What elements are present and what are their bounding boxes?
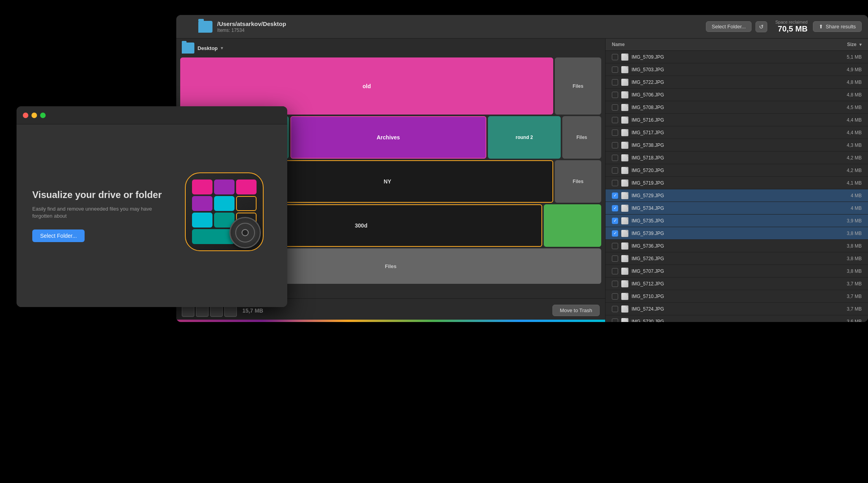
file-size-17: 3,8 MB: [830, 268, 862, 274]
file-size-0: 5,1 MB: [830, 54, 862, 60]
file-checkbox-20[interactable]: [612, 306, 618, 312]
file-row-8[interactable]: IMG_5718.JPG4,2 MB: [606, 152, 868, 164]
welcome-subtitle: Easily find and remove unneeded files yo…: [32, 205, 169, 220]
file-size-20: 3,7 MB: [830, 306, 862, 312]
disk-inner: [235, 223, 255, 242]
file-row-18[interactable]: IMG_5712.JPG3,7 MB: [606, 278, 868, 290]
welcome-window: Visualize your drive or folder Easily fi…: [17, 106, 287, 307]
file-type-icon-13: [621, 217, 628, 224]
file-type-icon-16: [621, 255, 628, 262]
file-checkbox-14[interactable]: ✓: [612, 230, 618, 237]
file-size-19: 3,7 MB: [830, 294, 862, 299]
share-results-button[interactable]: ⬆ Share results: [813, 21, 862, 32]
file-checkbox-5[interactable]: [612, 117, 618, 123]
file-checkbox-12[interactable]: ✓: [612, 205, 618, 211]
welcome-minimize-button[interactable]: [31, 113, 37, 118]
file-row-9[interactable]: IMG_5720.JPG4,2 MB: [606, 164, 868, 177]
disk-center: [242, 229, 249, 236]
breadcrumb-folder-icon: [182, 43, 194, 54]
file-checkbox-1[interactable]: [612, 67, 618, 73]
space-reclaimed-block: Space reclaimed 70,5 MB: [775, 20, 807, 33]
file-row-13[interactable]: ✓IMG_5735.JPG3,9 MB: [606, 215, 868, 227]
file-size-1: 4,9 MB: [830, 67, 862, 72]
file-type-icon-2: [621, 79, 628, 86]
file-name-7: IMG_5738.JPG: [632, 142, 830, 148]
file-checkbox-21[interactable]: [612, 318, 618, 322]
treemap-cell-files-1[interactable]: Files: [555, 57, 601, 115]
file-type-icon-8: [621, 154, 628, 161]
file-checkbox-6[interactable]: [612, 130, 618, 136]
breadcrumb: Desktop ▾: [180, 43, 601, 54]
file-type-icon-1: [621, 66, 628, 73]
file-row-11[interactable]: ✓IMG_5729.JPG4 MB: [606, 189, 868, 202]
file-checkbox-4[interactable]: [612, 104, 618, 111]
header-items: Items: 17534: [217, 28, 706, 33]
main-header: /Users/atsarkov/Desktop Items: 17534 Sel…: [176, 15, 868, 39]
file-checkbox-8[interactable]: [612, 155, 618, 161]
file-name-4: IMG_5708.JPG: [632, 105, 830, 110]
file-type-icon-3: [621, 91, 628, 98]
breadcrumb-label[interactable]: Desktop: [198, 45, 218, 51]
welcome-select-folder-button[interactable]: Select Folder...: [32, 229, 85, 242]
file-checkbox-3[interactable]: [612, 92, 618, 98]
welcome-header-bar: [17, 106, 287, 124]
file-checkbox-0[interactable]: [612, 54, 618, 60]
treemap-cell-green[interactable]: [544, 204, 601, 247]
file-list-header: Name Size ▾: [606, 39, 868, 51]
file-checkbox-9[interactable]: [612, 167, 618, 174]
file-row-0[interactable]: IMG_5709.JPG5,1 MB: [606, 51, 868, 63]
file-checkbox-19[interactable]: [612, 293, 618, 300]
file-size-4: 4,5 MB: [830, 105, 862, 110]
file-row-2[interactable]: IMG_5722.JPG4,8 MB: [606, 76, 868, 89]
file-row-6[interactable]: IMG_5717.JPG4,4 MB: [606, 126, 868, 139]
file-row-15[interactable]: IMG_5736.JPG3,8 MB: [606, 240, 868, 252]
file-name-2: IMG_5722.JPG: [632, 80, 830, 85]
file-row-14[interactable]: ✓IMG_5739.JPG3,8 MB: [606, 227, 868, 240]
file-checkbox-18[interactable]: [612, 281, 618, 287]
file-name-8: IMG_5718.JPG: [632, 155, 830, 161]
treemap-cell-round2[interactable]: round 2: [488, 116, 561, 159]
treemap-cell-archives[interactable]: Archives: [290, 116, 486, 159]
icon-block-4: [192, 196, 212, 211]
file-checkbox-11[interactable]: ✓: [612, 192, 618, 199]
refresh-button[interactable]: ↺: [755, 21, 767, 32]
file-row-17[interactable]: IMG_5707.JPG3,8 MB: [606, 265, 868, 278]
file-row-12[interactable]: ✓IMG_5734.JPG4 MB: [606, 202, 868, 215]
file-row-5[interactable]: IMG_5716.JPG4,4 MB: [606, 114, 868, 126]
file-row-20[interactable]: IMG_5724.JPG3,7 MB: [606, 303, 868, 315]
icon-block-1: [192, 180, 212, 194]
file-checkbox-15[interactable]: [612, 243, 618, 249]
welcome-maximize-button[interactable]: [40, 113, 46, 118]
file-row-21[interactable]: IMG_5730.JPG3,6 MB: [606, 315, 868, 322]
file-size-12: 4 MB: [830, 205, 862, 211]
welcome-close-button[interactable]: [23, 113, 28, 118]
file-checkbox-16[interactable]: [612, 255, 618, 262]
file-name-3: IMG_5706.JPG: [632, 92, 830, 98]
file-row-3[interactable]: IMG_5706.JPG4,8 MB: [606, 89, 868, 101]
file-checkbox-2[interactable]: [612, 79, 618, 85]
select-folder-button[interactable]: Select Folder...: [706, 21, 752, 32]
treemap-cell-files-2[interactable]: Files: [562, 116, 601, 159]
sort-arrow-icon[interactable]: ▾: [859, 42, 862, 47]
file-row-7[interactable]: IMG_5738.JPG4,3 MB: [606, 139, 868, 152]
file-row-10[interactable]: IMG_5719.JPG4,1 MB: [606, 177, 868, 189]
file-row-19[interactable]: IMG_5710.JPG3,7 MB: [606, 290, 868, 303]
file-row-16[interactable]: IMG_5726.JPG3,8 MB: [606, 252, 868, 265]
treemap-cell-files-3[interactable]: Files: [555, 160, 601, 203]
space-reclaimed-value: 70,5 MB: [775, 24, 807, 33]
file-size-9: 4,2 MB: [830, 168, 862, 173]
move-to-trash-button[interactable]: Move to Trash: [552, 305, 600, 316]
file-row-4[interactable]: IMG_5708.JPG4,5 MB: [606, 101, 868, 114]
app-icon-container: [185, 172, 271, 259]
icon-block-3: [236, 180, 257, 194]
file-row-1[interactable]: IMG_5703.JPG4,9 MB: [606, 63, 868, 76]
file-type-icon-19: [621, 293, 628, 300]
selection-size: 15,7 MB: [242, 307, 263, 314]
file-name-5: IMG_5716.JPG: [632, 117, 830, 123]
file-checkbox-13[interactable]: ✓: [612, 218, 618, 224]
file-name-15: IMG_5736.JPG: [632, 243, 830, 249]
file-type-icon-18: [621, 280, 628, 287]
file-checkbox-7[interactable]: [612, 142, 618, 148]
file-checkbox-17[interactable]: [612, 268, 618, 274]
file-checkbox-10[interactable]: [612, 180, 618, 186]
